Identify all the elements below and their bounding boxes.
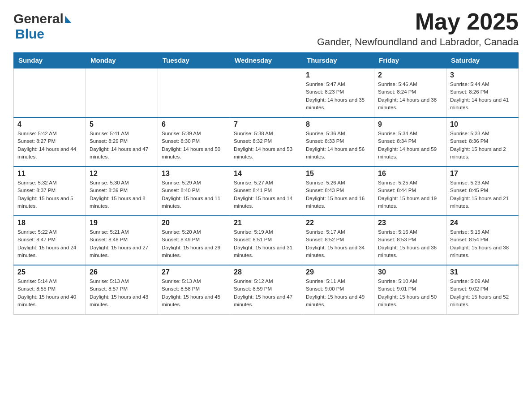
logo: General Blue: [13, 9, 71, 42]
page-header: General Blue May 2025 Gander, Newfoundla…: [13, 9, 519, 48]
calendar-day-cell: 7Sunrise: 5:38 AMSunset: 8:32 PMDaylight…: [230, 117, 302, 167]
day-info: Sunrise: 5:39 AMSunset: 8:30 PMDaylight:…: [162, 130, 226, 161]
day-of-week-header: Friday: [374, 53, 446, 68]
calendar-day-cell: 20Sunrise: 5:20 AMSunset: 8:49 PMDayligh…: [158, 216, 230, 265]
day-of-week-header: Tuesday: [158, 53, 230, 68]
day-of-week-header: Sunday: [14, 53, 86, 68]
day-info: Sunrise: 5:36 AMSunset: 8:33 PMDaylight:…: [306, 130, 370, 161]
day-info: Sunrise: 5:10 AMSunset: 9:01 PMDaylight:…: [378, 278, 442, 308]
calendar-day-cell: 14Sunrise: 5:27 AMSunset: 8:41 PMDayligh…: [230, 167, 302, 216]
day-of-week-header: Saturday: [446, 53, 519, 68]
calendar-day-cell: [158, 68, 230, 117]
calendar-day-cell: 3Sunrise: 5:44 AMSunset: 8:26 PMDaylight…: [446, 68, 519, 117]
day-number: 28: [234, 268, 298, 276]
day-info: Sunrise: 5:42 AMSunset: 8:27 PMDaylight:…: [17, 130, 82, 161]
day-number: 18: [17, 219, 82, 227]
calendar-week-row: 25Sunrise: 5:14 AMSunset: 8:55 PMDayligh…: [14, 265, 519, 314]
day-number: 1: [306, 71, 370, 79]
day-info: Sunrise: 5:13 AMSunset: 8:57 PMDaylight:…: [90, 278, 154, 308]
day-info: Sunrise: 5:41 AMSunset: 8:29 PMDaylight:…: [90, 130, 154, 161]
day-number: 13: [162, 170, 226, 178]
calendar-day-cell: 26Sunrise: 5:13 AMSunset: 8:57 PMDayligh…: [86, 265, 158, 314]
logo-general: General: [13, 11, 64, 26]
day-number: 5: [90, 120, 154, 128]
day-of-week-header: Wednesday: [230, 53, 302, 68]
calendar-day-cell: 13Sunrise: 5:29 AMSunset: 8:40 PMDayligh…: [158, 167, 230, 216]
day-info: Sunrise: 5:38 AMSunset: 8:32 PMDaylight:…: [234, 130, 298, 161]
day-number: 24: [450, 219, 515, 227]
day-info: Sunrise: 5:13 AMSunset: 8:58 PMDaylight:…: [162, 278, 226, 308]
day-number: 9: [378, 120, 442, 128]
day-of-week-header: Monday: [86, 53, 158, 68]
calendar-day-cell: 1Sunrise: 5:47 AMSunset: 8:23 PMDaylight…: [302, 68, 374, 117]
calendar-day-cell: 31Sunrise: 5:09 AMSunset: 9:02 PMDayligh…: [446, 265, 519, 314]
day-number: 6: [162, 120, 226, 128]
calendar-week-row: 18Sunrise: 5:22 AMSunset: 8:47 PMDayligh…: [14, 216, 519, 265]
day-number: 17: [450, 170, 515, 178]
calendar-day-cell: 28Sunrise: 5:12 AMSunset: 8:59 PMDayligh…: [230, 265, 302, 314]
day-number: 2: [378, 71, 442, 79]
day-info: Sunrise: 5:22 AMSunset: 8:47 PMDaylight:…: [17, 228, 82, 259]
day-info: Sunrise: 5:17 AMSunset: 8:52 PMDaylight:…: [306, 228, 370, 259]
day-number: 25: [17, 268, 82, 276]
day-info: Sunrise: 5:32 AMSunset: 8:37 PMDaylight:…: [17, 179, 82, 210]
calendar-day-cell: 30Sunrise: 5:10 AMSunset: 9:01 PMDayligh…: [374, 265, 446, 314]
day-info: Sunrise: 5:25 AMSunset: 8:44 PMDaylight:…: [378, 179, 442, 210]
calendar-day-cell: 10Sunrise: 5:33 AMSunset: 8:36 PMDayligh…: [446, 117, 519, 167]
day-info: Sunrise: 5:34 AMSunset: 8:34 PMDaylight:…: [378, 130, 442, 161]
day-number: 3: [450, 71, 515, 79]
day-info: Sunrise: 5:27 AMSunset: 8:41 PMDaylight:…: [234, 179, 298, 210]
day-info: Sunrise: 5:11 AMSunset: 9:00 PMDaylight:…: [306, 278, 370, 308]
day-info: Sunrise: 5:30 AMSunset: 8:39 PMDaylight:…: [90, 179, 154, 210]
day-info: Sunrise: 5:21 AMSunset: 8:48 PMDaylight:…: [90, 228, 154, 259]
calendar-week-row: 1Sunrise: 5:47 AMSunset: 8:23 PMDaylight…: [14, 68, 519, 117]
day-number: 4: [17, 120, 82, 128]
month-title: May 2025: [317, 9, 519, 34]
day-info: Sunrise: 5:29 AMSunset: 8:40 PMDaylight:…: [162, 179, 226, 210]
day-info: Sunrise: 5:19 AMSunset: 8:51 PMDaylight:…: [234, 228, 298, 259]
calendar-day-cell: 29Sunrise: 5:11 AMSunset: 9:00 PMDayligh…: [302, 265, 374, 314]
calendar-day-cell: 17Sunrise: 5:23 AMSunset: 8:45 PMDayligh…: [446, 167, 519, 216]
day-info: Sunrise: 5:47 AMSunset: 8:23 PMDaylight:…: [306, 81, 370, 111]
calendar-day-cell: 21Sunrise: 5:19 AMSunset: 8:51 PMDayligh…: [230, 216, 302, 265]
day-number: 20: [162, 219, 226, 227]
calendar-day-cell: 4Sunrise: 5:42 AMSunset: 8:27 PMDaylight…: [14, 117, 86, 167]
calendar-day-cell: [86, 68, 158, 117]
logo-blue: Blue: [15, 26, 44, 41]
day-number: 16: [378, 170, 442, 178]
day-number: 12: [90, 170, 154, 178]
day-number: 26: [90, 268, 154, 276]
logo-arrow-icon: [65, 16, 71, 23]
calendar-day-cell: 9Sunrise: 5:34 AMSunset: 8:34 PMDaylight…: [374, 117, 446, 167]
calendar-day-cell: [230, 68, 302, 117]
day-number: 15: [306, 170, 370, 178]
day-number: 30: [378, 268, 442, 276]
calendar-day-cell: 11Sunrise: 5:32 AMSunset: 8:37 PMDayligh…: [14, 167, 86, 216]
calendar-day-cell: 2Sunrise: 5:46 AMSunset: 8:24 PMDaylight…: [374, 68, 446, 117]
day-info: Sunrise: 5:33 AMSunset: 8:36 PMDaylight:…: [450, 130, 515, 161]
calendar-day-cell: 27Sunrise: 5:13 AMSunset: 8:58 PMDayligh…: [158, 265, 230, 314]
day-info: Sunrise: 5:14 AMSunset: 8:55 PMDaylight:…: [17, 278, 82, 308]
day-number: 31: [450, 268, 515, 276]
calendar-day-cell: 6Sunrise: 5:39 AMSunset: 8:30 PMDaylight…: [158, 117, 230, 167]
calendar-day-cell: 12Sunrise: 5:30 AMSunset: 8:39 PMDayligh…: [86, 167, 158, 216]
day-info: Sunrise: 5:16 AMSunset: 8:53 PMDaylight:…: [378, 228, 442, 259]
day-info: Sunrise: 5:23 AMSunset: 8:45 PMDaylight:…: [450, 179, 515, 210]
day-number: 7: [234, 120, 298, 128]
calendar-week-row: 11Sunrise: 5:32 AMSunset: 8:37 PMDayligh…: [14, 167, 519, 216]
day-info: Sunrise: 5:44 AMSunset: 8:26 PMDaylight:…: [450, 81, 515, 111]
title-section: May 2025 Gander, Newfoundland and Labrad…: [317, 9, 519, 48]
calendar-day-cell: 15Sunrise: 5:26 AMSunset: 8:43 PMDayligh…: [302, 167, 374, 216]
day-number: 14: [234, 170, 298, 178]
calendar-day-cell: 24Sunrise: 5:15 AMSunset: 8:54 PMDayligh…: [446, 216, 519, 265]
day-number: 29: [306, 268, 370, 276]
day-number: 11: [17, 170, 82, 178]
calendar-day-cell: 8Sunrise: 5:36 AMSunset: 8:33 PMDaylight…: [302, 117, 374, 167]
day-number: 27: [162, 268, 226, 276]
day-info: Sunrise: 5:26 AMSunset: 8:43 PMDaylight:…: [306, 179, 370, 210]
day-info: Sunrise: 5:12 AMSunset: 8:59 PMDaylight:…: [234, 278, 298, 308]
day-number: 23: [378, 219, 442, 227]
day-number: 21: [234, 219, 298, 227]
day-number: 10: [450, 120, 515, 128]
calendar-header-row: SundayMondayTuesdayWednesdayThursdayFrid…: [14, 53, 519, 68]
